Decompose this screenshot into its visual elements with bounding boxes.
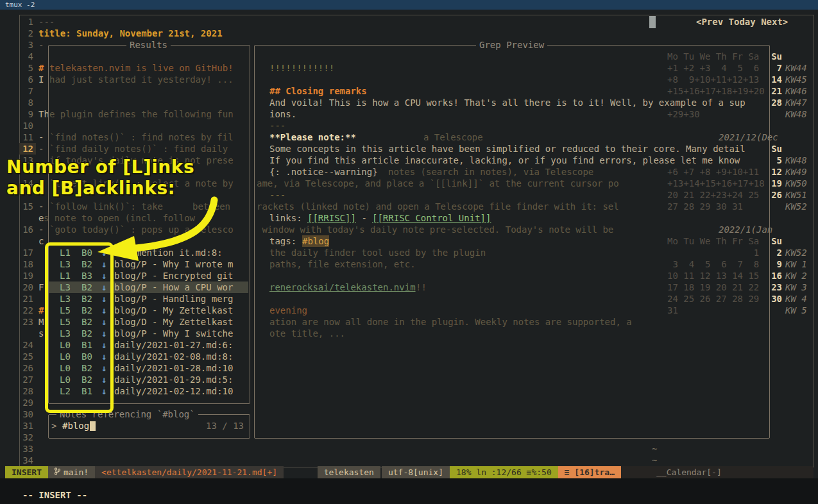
- calendar-nav[interactable]: <Prev Today Next>: [696, 16, 788, 28]
- window-separator: [649, 16, 656, 28]
- line-number: 25: [19, 351, 33, 362]
- line-number: 22: [19, 305, 33, 316]
- git-branch-label: main!: [64, 466, 89, 478]
- line-number: 24: [19, 339, 33, 351]
- text-fragment: ---: [38, 16, 55, 28]
- calendar-sunday[interactable]: 12: [768, 166, 782, 178]
- statusline-filename: <ettelkasten/daily/2021-11-21.md[+]: [95, 466, 284, 478]
- text-fragment: M: [38, 316, 44, 328]
- calendar-statusline: __Calendar[-]: [621, 466, 814, 478]
- git-branch-icon: [55, 466, 60, 478]
- line-number: 33: [19, 443, 33, 455]
- text-fragment: F: [38, 281, 44, 293]
- calendar-week-number: KW 2: [785, 270, 807, 281]
- statusline: INSERT main! <ettelkasten/daily/2021-11-…: [5, 466, 814, 478]
- mode-indicator: INSERT: [5, 466, 48, 478]
- line-number: 21: [19, 293, 33, 305]
- calendar-sunday[interactable]: 7: [768, 62, 782, 74]
- line-number: 2: [19, 28, 33, 39]
- prompt-prefix-icon: >: [51, 420, 56, 432]
- calendar-sunday[interactable]: Su: [768, 235, 782, 247]
- line-number: 28: [19, 385, 33, 397]
- git-branch-segment: main!: [48, 466, 95, 478]
- calendar-week-number: KW 5: [785, 305, 807, 316]
- line-number: 16: [19, 224, 33, 235]
- calendar-sunday[interactable]: 19: [768, 178, 782, 189]
- calendar-week-number: KW48: [785, 155, 807, 166]
- calendar-week-number: KW 1: [785, 258, 807, 270]
- line-number: 6: [19, 74, 33, 85]
- cmdline-area: [0, 478, 818, 504]
- calendar-sunday[interactable]: 30: [768, 293, 782, 305]
- calendar-sunday[interactable]: 2: [768, 247, 782, 258]
- search-input[interactable]: #blog: [62, 420, 89, 432]
- calendar-sunday[interactable]: 5: [768, 155, 782, 166]
- calendar-sunday[interactable]: 28: [768, 97, 782, 108]
- preview-window-title: Grep Preview: [476, 39, 547, 51]
- line-number: 10: [19, 120, 33, 131]
- calendar-sunday[interactable]: 16: [768, 270, 782, 281]
- calendar-sunday[interactable]: 23: [768, 281, 782, 293]
- line-number: 34: [19, 455, 33, 466]
- calendar-week-number: KW49: [785, 166, 807, 178]
- text-fragment: #: [38, 305, 44, 316]
- text-fragment: I: [38, 74, 44, 85]
- line-number: 3: [19, 39, 33, 51]
- terminal-page: tmux -2 12345678910111213141516171819202…: [0, 0, 818, 504]
- text-fragment: ~: [652, 455, 657, 466]
- vim-mode-text: -- INSERT --: [22, 489, 87, 501]
- text-fragment: s: [38, 328, 44, 339]
- line-number: 23: [19, 316, 33, 328]
- annotation-highlight-box: [45, 242, 114, 413]
- text-fragment: #: [38, 62, 44, 74]
- line-number: 27: [19, 374, 33, 385]
- line-number: 15: [19, 201, 33, 212]
- line-number: 32: [19, 432, 33, 443]
- calendar-sunday[interactable]: Su: [768, 51, 782, 62]
- line-number: 26: [19, 362, 33, 374]
- calendar-sunday[interactable]: 21: [768, 85, 782, 97]
- statusline-warning: ≡ [16]tra…: [558, 466, 621, 478]
- line-number: 8: [19, 97, 33, 108]
- calendar-week-number: KW46: [785, 85, 807, 97]
- line-number: 4: [19, 51, 33, 62]
- calendar-week-number: KW48: [785, 108, 807, 120]
- text-fragment: -: [38, 39, 44, 51]
- calendar-week-number: KW45: [785, 74, 807, 85]
- line-number: 31: [19, 420, 33, 432]
- line-number: 7: [19, 85, 33, 97]
- text-fragment: title: Sunday, November 21st, 2021: [38, 28, 223, 39]
- statusline-filetype: telekasten: [318, 466, 380, 478]
- text-fragment: ~: [652, 443, 657, 455]
- calendar-week-number: KW50: [785, 178, 807, 189]
- preview-window-border: [254, 45, 770, 439]
- annotation-line2: and [B]acklinks:: [6, 178, 194, 199]
- line-number: 11: [19, 131, 33, 143]
- statusline-spacer: [284, 466, 318, 478]
- line-number: 20: [19, 281, 33, 293]
- calendar-sunday[interactable]: Su: [768, 143, 782, 155]
- line-number: 9: [19, 108, 33, 120]
- result-counter: 13 / 13: [180, 420, 244, 432]
- calendar-week-number: KW44: [785, 62, 807, 74]
- calendar-sunday[interactable]: 26: [768, 189, 782, 201]
- statusline-encoding: utf-8[unix]: [382, 466, 450, 478]
- line-number: 17: [19, 247, 33, 258]
- calendar-week-number: KW51: [785, 189, 807, 201]
- line-number: 19: [19, 270, 33, 281]
- line-number: 30: [19, 408, 33, 420]
- statusline-position: 18% ln :12/66 ≡%:50: [450, 466, 558, 478]
- line-number: 29: [19, 397, 33, 408]
- calendar-week-number: KW47: [785, 97, 807, 108]
- line-number: 18: [19, 258, 33, 270]
- results-window-title: Results: [126, 39, 171, 51]
- calendar-sunday[interactable]: 14: [768, 74, 782, 85]
- calendar-week-number: KW52: [785, 201, 807, 212]
- text-fragment: c: [38, 235, 44, 247]
- annotation-text: Number of [L]inks and [B]acklinks:: [6, 156, 194, 199]
- line-number: 5: [19, 62, 33, 74]
- calendar-sunday[interactable]: 9: [768, 258, 782, 270]
- line-number: 12: [19, 143, 33, 155]
- line-number: 1: [19, 16, 33, 28]
- annotation-line1: Number of [L]inks: [6, 156, 194, 178]
